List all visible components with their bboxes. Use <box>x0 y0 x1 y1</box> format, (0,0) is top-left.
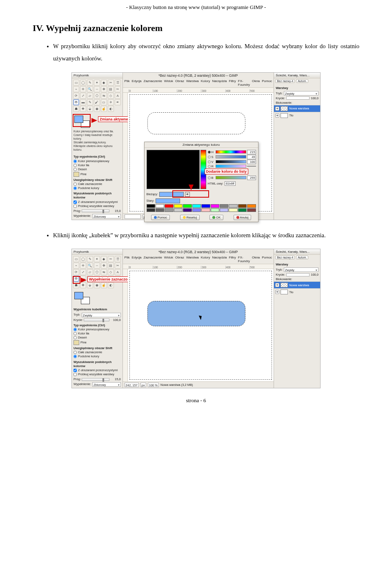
fill-opt-bg[interactable]: Kolor tła <box>74 163 121 167</box>
menu-item[interactable]: Filtry <box>229 79 236 87</box>
tool-text[interactable]: A <box>115 93 121 99</box>
menu-item[interactable]: Edycja <box>131 79 141 87</box>
tool-crop[interactable]: ✂ <box>115 86 121 92</box>
tool-blur[interactable]: ◉ <box>94 106 100 112</box>
tool-fg-select[interactable]: ☰ <box>115 80 121 86</box>
layer-row-new[interactable]: 👁 Nowa warstwa <box>274 105 320 112</box>
tool-fuzzy-select[interactable]: ✦ <box>94 80 100 86</box>
v-val[interactable]: 100 <box>247 160 256 164</box>
canvas-area[interactable]: Zmiana aktywnego koloru H215 S49 <box>128 93 274 213</box>
fill-opt-pattern-2[interactable]: Deseń <box>74 336 121 340</box>
menu-item[interactable]: Warstwa <box>186 79 199 87</box>
layer-row-bg[interactable]: 👁 Tło <box>274 112 320 119</box>
tool-airbrush[interactable]: ✈ <box>108 99 114 105</box>
fill-opt-fg-2[interactable]: Kolor pierwszoplanowy <box>74 327 121 332</box>
layer-row-new-2[interactable]: 👁 Nowa warstwa <box>274 281 320 288</box>
layer-row-bg-2[interactable]: 👁 Tło <box>274 288 320 295</box>
tool-smudge[interactable]: ☝ <box>101 106 107 112</box>
threshold-row[interactable]: Próg: 15,0 <box>74 209 121 213</box>
tool-zoom[interactable]: 🔍 <box>87 86 93 92</box>
auto-button[interactable]: Autom. <box>296 79 308 83</box>
tool-eraser[interactable]: ▭ <box>101 99 107 105</box>
ok-button[interactable]: OK <box>209 215 223 220</box>
tool-picker[interactable]: ✛ <box>80 86 86 92</box>
tool-align[interactable]: ▤ <box>108 263 114 269</box>
help-button[interactable]: Pomoc <box>151 215 170 220</box>
radio-b[interactable] <box>208 176 211 179</box>
tool-move[interactable]: ✥ <box>101 86 107 92</box>
menu-item[interactable]: Plik <box>125 79 130 87</box>
tool-by-color[interactable]: ◆ <box>101 80 107 86</box>
mode-drop-2[interactable]: Zwykły▾ <box>284 267 318 272</box>
menu-item[interactable]: Zaznaczenie <box>144 256 162 263</box>
reset-button[interactable]: Resetuj <box>180 215 200 220</box>
menu-item[interactable]: Narzędzia <box>212 79 227 87</box>
tool-shear[interactable]: ▱ <box>87 269 93 275</box>
pattern-row[interactable]: Pine <box>74 172 121 177</box>
chk-all-layers[interactable]: Próbkuj wszystkie warstwy <box>74 204 121 208</box>
b-mode-drop[interactable]: Zwykły▾ <box>82 313 121 317</box>
canvas-area-2[interactable] <box>128 269 274 381</box>
shift-opt-whole-2[interactable]: Całe zaznaczenie <box>74 350 121 354</box>
eye-icon[interactable]: 👁 <box>275 290 279 294</box>
tool-brush[interactable]: 🖌 <box>94 99 100 105</box>
chk-trans[interactable]: Z obszarami przezroczystymi <box>74 200 121 204</box>
tool-flip[interactable]: ⇋ <box>101 93 107 99</box>
fill-opt-fg[interactable]: Kolor pierwszoplanowy <box>74 159 121 163</box>
tool-persp-clone[interactable]: ⬙ <box>87 106 93 112</box>
chk-trans-2[interactable]: Z obszarami przezroczystymi <box>74 368 121 372</box>
tool-measure[interactable]: ↔ <box>94 263 100 269</box>
fill-opt-pattern[interactable]: Deseń <box>74 167 121 172</box>
tool-scale[interactable]: ⤢ <box>80 93 86 99</box>
menu-item[interactable]: Obraz <box>175 256 184 263</box>
tool-heal[interactable]: ✚ <box>80 106 86 112</box>
fillby-drop[interactable]: Zbiorowy▾ <box>92 214 121 218</box>
menu-item[interactable]: Pomoc <box>262 79 272 87</box>
color-field[interactable] <box>147 150 200 189</box>
eye-icon[interactable]: 👁 <box>275 114 279 118</box>
tool-paths[interactable]: ⌁ <box>73 86 79 92</box>
html-value[interactable]: 81b6ff <box>225 181 236 186</box>
tool-persp[interactable]: ⬠ <box>94 269 100 275</box>
menu-item[interactable]: FX-Foundry <box>238 79 250 87</box>
tool-dodge[interactable]: ◐ <box>108 282 114 288</box>
tool-picker[interactable]: ✛ <box>80 263 86 269</box>
menu-item[interactable]: FX-Foundry <box>238 256 250 263</box>
chk-all-layers-2[interactable]: Próbkuj wszystkie warstwy <box>74 372 121 376</box>
zoom-fld-2[interactable]: 100 % <box>148 383 159 387</box>
tool-text[interactable]: A <box>115 269 121 275</box>
tool-cage[interactable]: ◇ <box>108 269 114 275</box>
fill-opt-bg-2[interactable]: Kolor tła <box>74 332 121 336</box>
tool-rect-select[interactable]: ▭ <box>73 256 79 262</box>
b-val[interactable]: 255 <box>247 176 256 180</box>
tool-fuzzy-select[interactable]: ✦ <box>94 256 100 262</box>
tool-dodge[interactable]: ◐ <box>108 106 114 112</box>
tool-ellipse-select[interactable]: ◯ <box>80 80 86 86</box>
fg-color-swatch-2[interactable] <box>74 292 83 299</box>
tool-persp-clone[interactable]: ⬙ <box>87 282 93 288</box>
shift-opt-whole[interactable]: Całe zaznaczenie <box>74 182 121 186</box>
menu-item[interactable]: Okna <box>252 256 260 263</box>
menu-item[interactable]: Warstwa <box>186 256 199 263</box>
eye-icon[interactable]: 👁 <box>275 283 279 287</box>
tool-scale[interactable]: ⤢ <box>80 269 86 275</box>
tool-cage[interactable]: ◇ <box>108 93 114 99</box>
r-val[interactable] <box>247 166 256 167</box>
menu-item[interactable]: Widok <box>164 79 173 87</box>
auto-button-2[interactable]: Autom. <box>296 256 308 259</box>
tool-rotate[interactable]: ⟳ <box>73 93 79 99</box>
tool-heal[interactable]: ✚ <box>80 282 86 288</box>
radio-s[interactable] <box>208 156 211 158</box>
swatch-grid[interactable] <box>145 204 258 213</box>
tool-scissors[interactable]: ✂ <box>108 256 114 262</box>
threshold-row-2[interactable]: Próg: 15,0 <box>74 377 121 381</box>
menu-item[interactable]: Pomoc <box>262 256 272 263</box>
tool-rect-select[interactable]: ▭ <box>73 80 79 86</box>
menu-item[interactable]: Kolory <box>201 79 210 87</box>
tool-flip[interactable]: ⇋ <box>101 269 107 275</box>
radio-r[interactable] <box>208 165 211 168</box>
h-val[interactable]: 215 <box>247 150 256 154</box>
eye-icon[interactable]: 👁 <box>275 107 279 111</box>
tool-paths[interactable]: ⌁ <box>73 263 79 269</box>
tool-ink[interactable]: ✒ <box>115 99 121 105</box>
